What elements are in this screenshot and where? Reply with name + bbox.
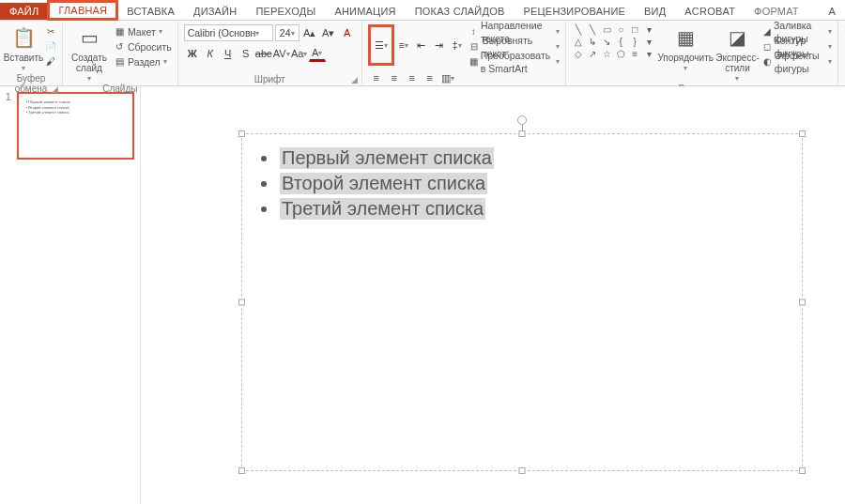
- tab-file[interactable]: ФАЙЛ: [0, 3, 48, 20]
- reset-icon: ↺: [114, 41, 125, 53]
- shadow-button[interactable]: S: [238, 45, 254, 62]
- group-drawing: ╲╲▭○□▾ △↳↘{}▾ ◇↗☆⬠≡▾ ▦ Упорядочить ◪ Экс…: [566, 21, 838, 85]
- layout-button[interactable]: ▦Макет: [114, 24, 172, 38]
- decrease-font-button[interactable]: A▾: [320, 24, 337, 41]
- shape-effects-button[interactable]: ◐Эффекты фигуры: [763, 54, 832, 69]
- rotate-handle[interactable]: [517, 115, 527, 125]
- arrange-button[interactable]: ▦ Упорядочить: [659, 24, 712, 73]
- list-item[interactable]: Первый элемент списка: [261, 147, 783, 169]
- tab-design[interactable]: ДИЗАЙН: [184, 3, 246, 20]
- slide-thumbnail-1[interactable]: 1 Первый элемент списка Второй элемент с…: [6, 92, 134, 160]
- justify-button[interactable]: ≡: [422, 69, 438, 86]
- list-item-text[interactable]: Первый элемент списка: [280, 147, 494, 169]
- bullets-highlight: ☰: [368, 24, 394, 66]
- columns-button[interactable]: ▥: [439, 69, 456, 86]
- new-slide-icon: ▭: [76, 24, 102, 51]
- thumbnail-preview: Первый элемент списка Второй элемент спи…: [17, 92, 134, 160]
- font-size-select[interactable]: 24: [275, 24, 300, 41]
- content-placeholder[interactable]: Первый элемент списка Второй элемент спи…: [241, 133, 803, 471]
- bullet-list[interactable]: Первый элемент списка Второй элемент спи…: [242, 134, 802, 233]
- italic-button[interactable]: К: [202, 45, 219, 62]
- group-paragraph: ☰ ≡ ⇤ ⇥ ‡ ≡ ≡ ≡ ≡ ▥ ↕Направление текста …: [362, 21, 567, 85]
- arrange-label: Упорядочить: [657, 53, 714, 63]
- group-font: Calibri (Основн 24 A▴ A▾ A Ж К Ч S abc A…: [178, 21, 362, 85]
- resize-handle-sw[interactable]: [238, 467, 245, 474]
- resize-handle-n[interactable]: [519, 130, 526, 137]
- align-left-button[interactable]: ≡: [368, 69, 385, 86]
- ribbon: 📋 Вставить ✂ 📄 🖌 Буфер обмена◢ ▭ Создать…: [0, 21, 845, 86]
- effects-icon: ◐: [763, 56, 772, 68]
- tab-review[interactable]: РЕЦЕНЗИРОВАНИЕ: [514, 3, 635, 20]
- resize-handle-e[interactable]: [799, 299, 806, 306]
- align-text-icon: ⊟: [469, 41, 480, 53]
- express-styles-button[interactable]: ◪ Экспресс-стили: [715, 24, 760, 84]
- slide-number: 1: [6, 92, 13, 160]
- bullet-icon: [261, 181, 267, 187]
- case-button[interactable]: Aa: [291, 45, 308, 62]
- group-slides: ▭ Создать слайд ▦Макет ↺Сбросить ▤Раздел…: [63, 21, 178, 85]
- paste-label: Вставить: [4, 53, 43, 63]
- tab-format[interactable]: ФОРМАТ: [745, 3, 808, 20]
- group-font-label: Шрифт◢: [184, 74, 356, 85]
- numbering-button[interactable]: ≡: [395, 37, 412, 53]
- slide-editor[interactable]: Первый элемент списка Второй элемент спи…: [141, 86, 845, 504]
- resize-handle-ne[interactable]: [799, 130, 806, 137]
- section-icon: ▤: [114, 56, 125, 68]
- resize-handle-nw[interactable]: [238, 130, 245, 137]
- tab-animation[interactable]: АНИМАЦИЯ: [325, 3, 405, 20]
- dialog-launcher-icon[interactable]: ◢: [351, 75, 358, 84]
- tab-view[interactable]: ВИД: [635, 3, 675, 20]
- slide-thumbnails-panel: 1 Первый элемент списка Второй элемент с…: [0, 86, 141, 504]
- align-center-button[interactable]: ≡: [386, 69, 403, 86]
- tab-acrobat[interactable]: ACROBAT: [675, 3, 745, 20]
- new-slide-button[interactable]: ▭ Создать слайд: [69, 24, 110, 84]
- strike-button[interactable]: abc: [255, 45, 272, 62]
- tab-insert[interactable]: ВСТАВКА: [117, 3, 184, 20]
- line-spacing-button[interactable]: ‡: [449, 37, 466, 53]
- brush-icon: 🖌: [45, 56, 56, 68]
- smartart-button[interactable]: ▦Преобразовать в SmartArt: [469, 54, 561, 69]
- workspace: 1 Первый элемент списка Второй элемент с…: [0, 86, 845, 504]
- align-right-button[interactable]: ≡: [404, 69, 421, 86]
- dialog-launcher-icon[interactable]: ◢: [52, 84, 58, 94]
- section-button[interactable]: ▤Раздел: [114, 54, 172, 69]
- tab-home[interactable]: ГЛАВНАЯ: [48, 1, 117, 20]
- increase-font-button[interactable]: A▴: [301, 24, 318, 41]
- clipboard-icon: 📋: [10, 24, 37, 51]
- group-clipboard: 📋 Вставить ✂ 📄 🖌 Буфер обмена◢: [0, 21, 63, 85]
- list-item[interactable]: Третий элемент списка: [261, 198, 783, 220]
- format-painter-button[interactable]: 🖌: [45, 54, 56, 69]
- resize-handle-s[interactable]: [519, 467, 526, 474]
- outline-icon: ◻: [763, 41, 772, 53]
- shapes-gallery[interactable]: ╲╲▭○□▾ △↳↘{}▾ ◇↗☆⬠≡▾: [572, 24, 655, 60]
- decrease-indent-button[interactable]: ⇤: [413, 37, 430, 53]
- copy-icon: 📄: [45, 41, 56, 53]
- cut-button[interactable]: ✂: [45, 24, 56, 38]
- list-item-text[interactable]: Второй элемент списка: [280, 173, 487, 194]
- copy-button[interactable]: 📄: [45, 39, 56, 53]
- reset-button[interactable]: ↺Сбросить: [114, 39, 172, 53]
- clear-format-button[interactable]: A: [339, 24, 356, 41]
- express-label: Экспресс-стили: [715, 53, 760, 73]
- list-item-text[interactable]: Третий элемент списка: [280, 198, 485, 220]
- bold-button[interactable]: Ж: [184, 45, 201, 62]
- layout-icon: ▦: [114, 26, 125, 38]
- bullets-button[interactable]: ☰: [371, 27, 392, 63]
- ribbon-tabs: ФАЙЛ ГЛАВНАЯ ВСТАВКА ДИЗАЙН ПЕРЕХОДЫ АНИ…: [0, 0, 845, 21]
- text-direction-icon: ↕: [469, 26, 478, 38]
- spacing-button[interactable]: AV: [273, 45, 290, 62]
- font-name-select[interactable]: Calibri (Основн: [184, 24, 273, 41]
- slide-canvas[interactable]: Первый элемент списка Второй элемент спи…: [174, 105, 812, 481]
- list-item[interactable]: Второй элемент списка: [261, 173, 783, 194]
- increase-indent-button[interactable]: ⇥: [431, 37, 448, 53]
- font-color-button[interactable]: A: [309, 45, 326, 62]
- tab-transitions[interactable]: ПЕРЕХОДЫ: [246, 3, 325, 20]
- underline-button[interactable]: Ч: [220, 45, 237, 62]
- bullet-icon: [261, 206, 267, 212]
- resize-handle-se[interactable]: [799, 467, 806, 474]
- group-editing: 🔍Най ↔Зам ▭Выд Редакти: [838, 21, 845, 85]
- paste-button[interactable]: 📋 Вставить: [6, 24, 41, 73]
- fill-icon: ◢: [763, 26, 771, 38]
- resize-handle-w[interactable]: [238, 299, 245, 306]
- tab-slideshow[interactable]: ПОКАЗ СЛАЙДОВ: [406, 3, 515, 20]
